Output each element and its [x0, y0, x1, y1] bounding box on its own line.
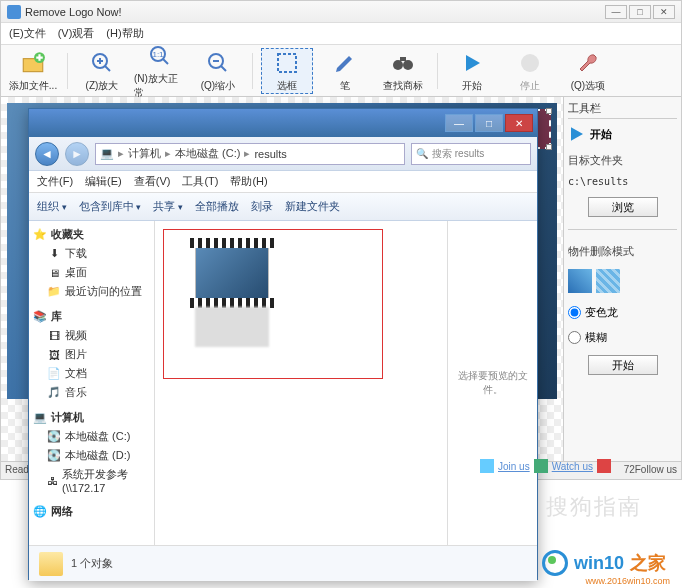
zoom-out-icon [204, 49, 232, 77]
ex-menu-help[interactable]: 帮助(H) [230, 174, 267, 189]
file-list[interactable] [155, 221, 447, 545]
video-icon: 🎞 [47, 329, 61, 343]
playall-button[interactable]: 全部播放 [195, 199, 239, 214]
tb-zoom-out[interactable]: (Q)缩小 [192, 49, 244, 93]
drive-icon: 💽 [47, 430, 61, 444]
ex-menu-view[interactable]: 查看(V) [134, 174, 171, 189]
browse-button[interactable]: 浏览 [588, 197, 658, 217]
maximize-button[interactable]: □ [629, 5, 651, 19]
brand-logo-icon [542, 550, 568, 576]
forward-button[interactable]: ► [65, 142, 89, 166]
preview-pane: 选择要预览的文件。 [447, 221, 537, 545]
tree-item[interactable]: 💽本地磁盘 (D:) [33, 446, 150, 465]
burn-button[interactable]: 刻录 [251, 199, 273, 214]
include-button[interactable]: 包含到库中 [79, 199, 142, 214]
play-icon [458, 49, 486, 77]
status-right: 72Follow us [624, 464, 677, 477]
explorer-close[interactable]: ✕ [505, 114, 533, 132]
svg-point-8 [403, 60, 413, 70]
star-icon: ⭐ [33, 228, 47, 242]
explorer-statusbar: 1 个对象 [29, 545, 537, 581]
nav-tree: ⭐收藏夹 ⬇下载 🖥桌面 📁最近访问的位置 📚库 🎞视频 🖼图片 📄文档 🎵音乐… [29, 221, 155, 545]
back-button[interactable]: ◄ [35, 142, 59, 166]
file-item[interactable] [187, 245, 277, 347]
explorer-toolbar: 组织 包含到库中 共享 全部播放 刻录 新建文件夹 [29, 193, 537, 221]
marquee-icon [273, 49, 301, 77]
close-button[interactable]: ✕ [653, 5, 675, 19]
svg-text:1:1: 1:1 [152, 50, 164, 59]
tree-item[interactable]: 🖥桌面 [33, 263, 150, 282]
explorer-navbar: ◄ ► 💻 ▸计算机 ▸本地磁盘 (C:) ▸results 🔍 搜索 resu… [29, 137, 537, 171]
app-icon [7, 5, 21, 19]
target-folder-label: 目标文件夹 [568, 153, 677, 168]
side-panel: 工具栏 开始 目标文件夹 c:\results 浏览 物件删除模式 变色龙 模糊… [563, 97, 681, 461]
tree-item[interactable]: 🖧系统开发参考 (\\172.17 [33, 465, 150, 496]
tb-add-file[interactable]: 添加文件... [7, 49, 59, 93]
tree-favorites[interactable]: ⭐收藏夹 [33, 227, 150, 242]
newfolder-button[interactable]: 新建文件夹 [285, 199, 340, 214]
titlebar: Remove Logo Now! — □ ✕ [1, 1, 681, 23]
link-watch[interactable]: Watch us [552, 461, 593, 472]
mode-label: 物件删除模式 [568, 244, 677, 259]
swatch-chameleon[interactable] [568, 269, 592, 293]
twitter-icon[interactable] [480, 459, 494, 473]
youtube-icon[interactable] [597, 459, 611, 473]
breadcrumb[interactable]: 💻 ▸计算机 ▸本地磁盘 (C:) ▸results [95, 143, 405, 165]
watermark-sogou: 搜狗指南 [546, 492, 642, 522]
minimize-button[interactable]: — [605, 5, 627, 19]
tb-start[interactable]: 开始 [446, 49, 498, 93]
status-left: Read [5, 464, 29, 477]
explorer-window: — □ ✕ ◄ ► 💻 ▸计算机 ▸本地磁盘 (C:) ▸results 🔍 搜… [28, 108, 538, 580]
tree-item[interactable]: ⬇下载 [33, 244, 150, 263]
start-button[interactable]: 开始 [588, 355, 658, 375]
main-toolbar: 添加文件... (Z)放大 1:1(N)放大正常 (Q)缩小 选框 笔 查找商标… [1, 45, 681, 97]
tree-item[interactable]: 💽本地磁盘 (C:) [33, 427, 150, 446]
plus-folder-icon [19, 49, 47, 77]
tree-item[interactable]: 🎞视频 [33, 326, 150, 345]
desktop-icon: 🖥 [47, 266, 61, 280]
explorer-maximize[interactable]: □ [475, 114, 503, 132]
menu-file[interactable]: (E)文件 [9, 26, 46, 41]
swatch-blur[interactable] [596, 269, 620, 293]
tree-libraries[interactable]: 📚库 [33, 309, 150, 324]
tb-zoom-in[interactable]: (Z)放大 [76, 49, 128, 93]
tb-marquee[interactable]: 选框 [261, 48, 313, 94]
menubar: (E)文件 (V)观看 (H)帮助 [1, 23, 681, 45]
mode-radio-chameleon[interactable]: 变色龙 [568, 305, 677, 320]
drive-icon: 💽 [47, 449, 61, 463]
link-join[interactable]: Join us [498, 461, 530, 472]
svg-rect-6 [278, 54, 296, 72]
tb-stop[interactable]: 停止 [504, 49, 556, 93]
search-icon: 🔍 [416, 148, 428, 159]
tree-network[interactable]: 🌐网络 [33, 504, 150, 519]
ex-menu-edit[interactable]: 编辑(E) [85, 174, 122, 189]
panel-start-row: 开始 [568, 125, 677, 143]
share-button[interactable]: 共享 [153, 199, 183, 214]
explorer-minimize[interactable]: — [445, 114, 473, 132]
tree-item[interactable]: 📁最近访问的位置 [33, 282, 150, 301]
mode-radio-blur[interactable]: 模糊 [568, 330, 677, 345]
explorer-titlebar: — □ ✕ [29, 109, 537, 137]
documents-icon: 📄 [47, 367, 61, 381]
ex-menu-tools[interactable]: 工具(T) [182, 174, 218, 189]
ex-menu-file[interactable]: 文件(F) [37, 174, 73, 189]
tb-options[interactable]: (Q)选项 [562, 49, 614, 93]
tree-item[interactable]: 🎵音乐 [33, 383, 150, 402]
tb-pen[interactable]: 笔 [319, 49, 371, 93]
tb-zoom-fit[interactable]: 1:1(N)放大正常 [134, 42, 186, 100]
tb-find-logo[interactable]: 查找商标 [377, 49, 429, 93]
menu-view[interactable]: (V)观看 [58, 26, 95, 41]
search-input[interactable]: 🔍 搜索 results [411, 143, 531, 165]
tree-item[interactable]: 🖼图片 [33, 345, 150, 364]
library-icon: 📚 [33, 310, 47, 324]
stop-icon [516, 49, 544, 77]
social-icon[interactable] [534, 459, 548, 473]
watermark-url: www.2016win10.com [585, 576, 670, 586]
menu-help[interactable]: (H)帮助 [106, 26, 143, 41]
search-placeholder: 搜索 results [432, 147, 484, 161]
tree-computer[interactable]: 💻计算机 [33, 410, 150, 425]
download-icon: ⬇ [47, 247, 61, 261]
organize-button[interactable]: 组织 [37, 199, 67, 214]
mode-swatches [568, 269, 677, 293]
tree-item[interactable]: 📄文档 [33, 364, 150, 383]
